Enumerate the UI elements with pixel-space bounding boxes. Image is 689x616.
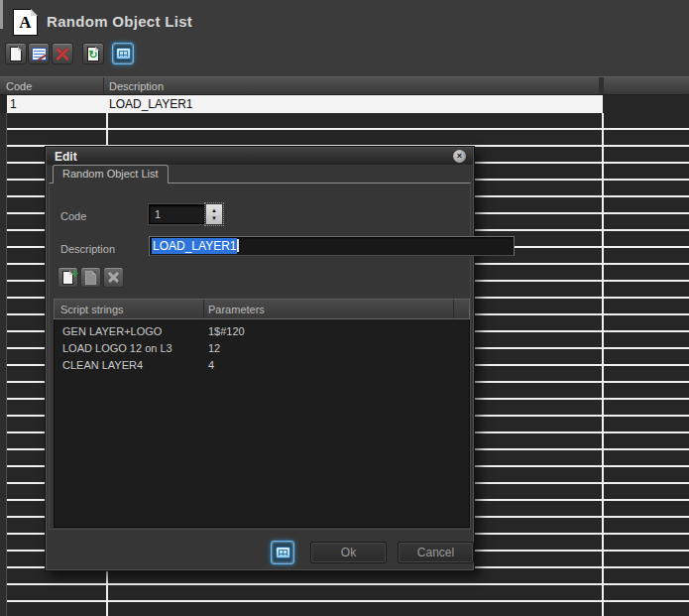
header-column-divider[interactable] bbox=[103, 77, 104, 94]
edit-record-button[interactable] bbox=[28, 43, 50, 64]
cell-description: LOAD_LAYER1 bbox=[109, 95, 193, 113]
description-label: Description bbox=[60, 243, 115, 255]
cancel-button[interactable]: Cancel bbox=[398, 542, 474, 563]
cell-parameters: 4 bbox=[208, 357, 214, 374]
refresh-page-icon: ↻ bbox=[87, 47, 99, 62]
add-script-icon: + bbox=[62, 271, 73, 285]
script-row[interactable]: GEN LAYER+LOGO 1$#120 bbox=[55, 323, 469, 340]
plus-icon: + bbox=[71, 267, 78, 281]
description-input[interactable]: LOAD_LAYER1 bbox=[149, 236, 515, 256]
delete-script-button[interactable] bbox=[103, 267, 124, 288]
delete-icon bbox=[55, 46, 70, 62]
table-header: Code Description bbox=[0, 76, 689, 95]
app-icon: A bbox=[13, 9, 38, 36]
cell-parameters: 12 bbox=[208, 340, 220, 357]
window-title: Random Object List bbox=[47, 13, 192, 30]
cell-code: 1 bbox=[10, 95, 17, 113]
edit-script-button[interactable] bbox=[80, 267, 101, 288]
table-row-strip: 1 LOAD_LAYER1 bbox=[0, 95, 689, 113]
edit-list-icon bbox=[32, 48, 47, 61]
right-column-divider-line bbox=[602, 113, 604, 616]
edit-dialog: Edit × Random Object List Code 1 ▲ ▼ Des… bbox=[45, 146, 475, 571]
spinner-up-icon[interactable]: ▲ bbox=[211, 206, 217, 214]
keypad-button[interactable] bbox=[112, 43, 134, 64]
header-spacer bbox=[599, 77, 604, 94]
code-spinner[interactable]: ▲ ▼ bbox=[206, 204, 222, 224]
script-row[interactable]: CLEAN LAYER4 4 bbox=[55, 357, 469, 374]
code-input[interactable]: 1 bbox=[149, 204, 205, 224]
cell-script: LOAD LOGO 12 on L3 bbox=[62, 340, 172, 357]
dialog-title: Edit bbox=[55, 150, 77, 164]
script-table: Script strings Parameters GEN LAYER+LOGO… bbox=[54, 299, 470, 528]
tab-random-object-list[interactable]: Random Object List bbox=[53, 165, 169, 184]
new-document-icon bbox=[10, 47, 22, 62]
table-row-selected[interactable]: 1 LOAD_LAYER1 bbox=[7, 95, 603, 113]
script-table-body[interactable]: GEN LAYER+LOGO 1$#120 LOAD LOGO 12 on L3… bbox=[54, 319, 470, 528]
close-icon[interactable]: × bbox=[453, 150, 466, 163]
keypad-icon bbox=[276, 547, 290, 558]
column-header-description[interactable]: Description bbox=[109, 77, 164, 95]
script-table-header: Script strings Parameters bbox=[54, 299, 470, 319]
new-record-button[interactable] bbox=[5, 43, 27, 64]
spinner-down-icon[interactable]: ▼ bbox=[211, 214, 217, 222]
cell-parameters: 1$#120 bbox=[208, 323, 245, 340]
selected-text: LOAD_LAYER1 bbox=[152, 238, 237, 254]
delete-script-icon bbox=[107, 271, 120, 284]
edit-script-icon bbox=[85, 271, 96, 285]
script-header-divider-2 bbox=[453, 300, 454, 318]
script-header-divider[interactable] bbox=[203, 300, 204, 318]
page-fold-icon bbox=[31, 9, 38, 16]
dialog-titlebar[interactable]: Edit × bbox=[47, 148, 473, 165]
cell-script: CLEAN LAYER4 bbox=[62, 357, 143, 374]
column-header-code[interactable]: Code bbox=[6, 77, 32, 95]
app-window: A Random Object List ↻ Code Description … bbox=[0, 0, 689, 616]
code-label: Code bbox=[60, 210, 86, 222]
refresh-icon: ↻ bbox=[88, 49, 98, 62]
add-script-button[interactable]: + bbox=[57, 267, 78, 288]
column-header-script-strings[interactable]: Script strings bbox=[60, 300, 124, 319]
keypad-icon bbox=[116, 48, 131, 60]
row-gutter bbox=[0, 113, 7, 616]
dialog-keypad-button[interactable] bbox=[271, 541, 294, 564]
column-header-parameters[interactable]: Parameters bbox=[208, 300, 265, 319]
refresh-button[interactable]: ↻ bbox=[82, 43, 104, 64]
window-edge-highlight bbox=[0, 0, 3, 29]
ok-button[interactable]: Ok bbox=[310, 542, 387, 563]
text-caret bbox=[237, 239, 239, 252]
delete-record-button[interactable] bbox=[52, 43, 73, 64]
cell-script: GEN LAYER+LOGO bbox=[62, 323, 162, 340]
script-row[interactable]: LOAD LOGO 12 on L3 12 bbox=[55, 340, 469, 357]
